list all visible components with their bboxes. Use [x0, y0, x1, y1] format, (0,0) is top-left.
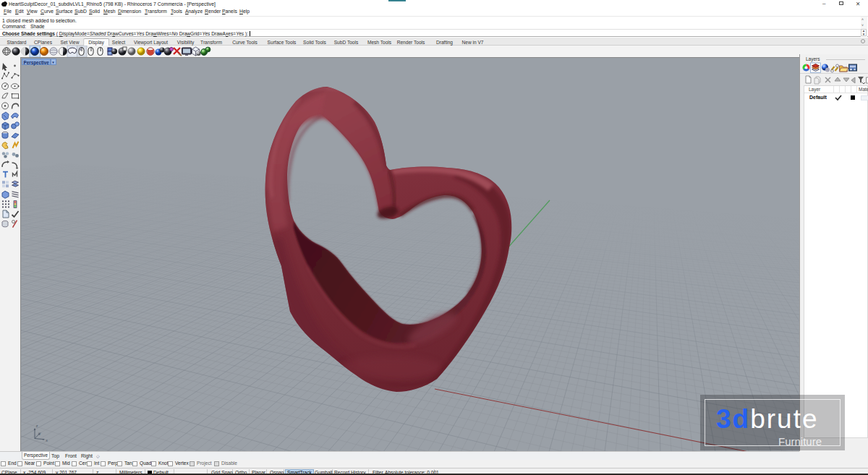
svg-text:y: y — [39, 431, 41, 435]
svg-text:x: x — [46, 438, 48, 442]
svg-text:z: z — [36, 424, 38, 428]
